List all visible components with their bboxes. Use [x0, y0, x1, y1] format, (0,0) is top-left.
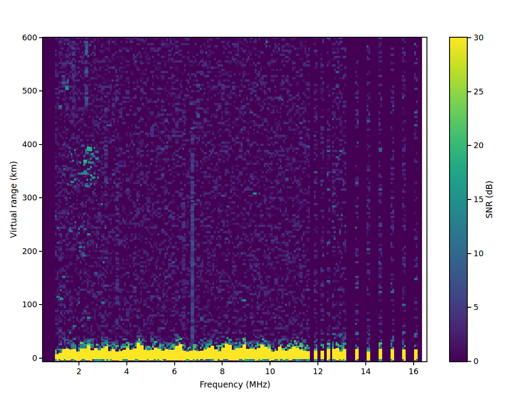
x-tick-label: 8	[220, 367, 225, 376]
y-tick-label: 500	[0, 86, 37, 96]
ionogram-figure: IRF Uppsala SDR Ionosonde UP158 2025-11-…	[0, 0, 532, 399]
y-tick-label: 600	[0, 33, 37, 43]
x-tick-label: 6	[172, 367, 177, 376]
colorbar-tick	[468, 199, 471, 200]
y-tick	[39, 90, 43, 91]
x-tick	[365, 361, 366, 365]
colorbar-tick	[468, 145, 471, 146]
x-tick	[270, 361, 270, 365]
x-tick	[126, 361, 127, 365]
colorbar-tick	[468, 307, 471, 308]
y-tick	[39, 37, 43, 38]
y-tick	[39, 304, 43, 305]
colorbar-tick-label: 10	[473, 249, 484, 258]
y-tick-label: 0	[0, 353, 37, 363]
x-tick-label: 14	[361, 367, 371, 376]
x-tick-label: 16	[408, 367, 419, 376]
colorbar-tick-label: 20	[473, 141, 484, 150]
y-tick	[39, 197, 43, 198]
x-tick	[317, 361, 318, 365]
colorbar-gradient	[450, 38, 467, 361]
x-tick-label: 12	[313, 367, 323, 376]
colorbar-tick-label: 5	[473, 302, 478, 312]
x-tick	[174, 361, 175, 365]
colorbar-tick	[468, 37, 471, 38]
colorbar-tick-label: 25	[473, 87, 484, 97]
x-axis-label: Frequency (MHz)	[43, 379, 427, 389]
colorbar-tick-label: 0	[473, 356, 478, 366]
ionogram-heatmap	[43, 38, 426, 361]
x-tick-label: 4	[124, 367, 129, 376]
y-tick	[39, 144, 43, 145]
colorbar-tick	[468, 253, 471, 254]
y-tick	[39, 251, 43, 252]
colorbar-tick	[468, 361, 471, 362]
x-tick-label: 10	[265, 367, 275, 376]
x-tick	[413, 361, 414, 365]
x-tick	[78, 361, 79, 365]
y-tick-label: 400	[0, 140, 37, 149]
y-tick	[39, 358, 43, 359]
colorbar-tick	[468, 91, 471, 92]
x-tick	[222, 361, 223, 365]
y-tick-label: 200	[0, 246, 37, 256]
x-tick-label: 2	[76, 367, 81, 376]
colorbar-label: SNR (dB)	[484, 180, 494, 218]
y-tick-label: 100	[0, 300, 37, 309]
colorbar-tick-label: 30	[473, 33, 484, 43]
colorbar-tick-label: 15	[473, 195, 484, 204]
y-tick-label: 300	[0, 193, 37, 203]
